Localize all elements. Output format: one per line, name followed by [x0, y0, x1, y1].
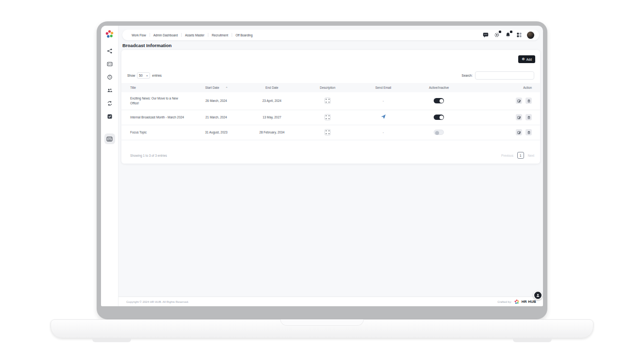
page-title: Broadcast Information	[122, 43, 171, 48]
entries-suffix-label: entries	[152, 74, 162, 77]
user-avatar[interactable]	[527, 32, 534, 39]
toggle-knob	[435, 131, 439, 135]
share-nodes-icon[interactable]	[107, 48, 113, 54]
cell-active-inactive	[411, 125, 467, 140]
cell-title: Focus Topic	[121, 125, 188, 140]
delete-button[interactable]	[525, 129, 532, 135]
task-check-icon[interactable]	[107, 114, 113, 119]
active-toggle[interactable]	[434, 115, 444, 120]
cell-start-date: 26 March, 2024	[188, 92, 244, 110]
cell-send-email	[356, 110, 411, 125]
laptop-bezel: Work Flow Admin Dashboard Assets Master …	[97, 21, 547, 319]
column-header-send-email[interactable]: Send Email	[356, 83, 411, 92]
search-input[interactable]	[475, 71, 534, 80]
send-email-icon[interactable]	[381, 114, 386, 119]
table-header-row: Title Start Date^ End Date Description S…	[121, 83, 540, 92]
nav-item-off-boarding[interactable]: Off Boarding	[232, 33, 256, 37]
cell-action	[467, 110, 540, 125]
edit-button[interactable]	[516, 114, 522, 120]
top-nav-links: Work Flow Admin Dashboard Assets Master …	[128, 33, 256, 37]
grid-icon[interactable]	[516, 32, 522, 38]
nav-item-work-flow[interactable]: Work Flow	[128, 33, 150, 37]
entries-control: Show 50 ▼ entries	[127, 72, 162, 79]
entries-value: 50	[139, 74, 142, 77]
column-header-label: Start Date	[205, 86, 219, 89]
delete-button[interactable]	[525, 98, 532, 104]
person-icon	[536, 293, 540, 298]
send-dash: -	[383, 131, 384, 134]
hrhub-logo-icon	[514, 299, 520, 305]
laptop-notch	[280, 319, 364, 326]
sidebar-nav	[104, 48, 115, 144]
nav-item-admin-dashboard[interactable]: Admin Dashboard	[150, 33, 181, 37]
expand-description-button[interactable]	[324, 114, 331, 120]
active-toggle[interactable]	[434, 130, 444, 135]
column-header-title[interactable]: Title	[121, 83, 188, 92]
cell-send-email: -	[356, 125, 411, 140]
cell-end-date: 13 May, 2027	[244, 110, 300, 125]
toggle-knob	[440, 99, 443, 103]
people-icon[interactable]	[107, 87, 113, 93]
plus-circle-icon: ⊕	[522, 57, 525, 61]
delete-button[interactable]	[525, 114, 532, 120]
column-header-action[interactable]: Action	[467, 83, 540, 92]
table-row: Internal Broadcast Month - March 2024 21…	[121, 110, 540, 125]
toggle-knob	[440, 116, 443, 119]
assistant-widget-button[interactable]	[533, 291, 542, 300]
chat-icon[interactable]	[482, 32, 489, 38]
app-footer: Copyright © 2024 HR HUB. All Rights Rese…	[119, 297, 543, 306]
pagination-controls: Previous 1 Next	[501, 152, 534, 159]
column-header-description[interactable]: Description	[300, 83, 356, 92]
cell-active-inactive	[411, 92, 467, 110]
cell-active-inactive	[411, 110, 467, 125]
top-icons	[482, 32, 534, 39]
column-header-end-date[interactable]: End Date	[244, 83, 300, 92]
hrhub-logo-icon	[104, 29, 115, 39]
laptop-base	[51, 319, 593, 338]
edit-button[interactable]	[516, 98, 522, 104]
laptop-mockup: Work Flow Admin Dashboard Assets Master …	[0, 0, 644, 364]
sort-asc-icon[interactable]: ^	[226, 86, 227, 89]
entries-select[interactable]: 50 ▼	[137, 72, 150, 79]
cell-end-date: 23 April, 2024	[244, 92, 300, 110]
broadcast-card: ⊕ Add Show 50 ▼ entries Search:	[121, 50, 540, 164]
cell-start-date: 31 August, 2023	[188, 125, 244, 140]
next-page-button[interactable]: Next	[528, 154, 534, 157]
expand-description-button[interactable]	[324, 98, 331, 104]
bell-icon[interactable]	[505, 32, 511, 38]
network-icon[interactable]	[493, 32, 500, 38]
id-card-icon[interactable]	[107, 61, 113, 67]
add-button[interactable]: ⊕ Add	[518, 55, 535, 63]
app-screen: Work Flow Admin Dashboard Assets Master …	[101, 26, 543, 306]
expand-description-button[interactable]	[324, 129, 331, 135]
add-button-label: Add	[526, 58, 532, 61]
crafted-by-label: Crafted by:	[497, 300, 511, 303]
copyright-text: Copyright © 2024 HR HUB. All Rights Rese…	[126, 300, 189, 303]
cell-description	[300, 125, 356, 140]
crafted-by: Crafted by: HR HUB	[497, 299, 536, 305]
show-label: Show	[127, 74, 135, 77]
sync-icon[interactable]	[107, 100, 113, 106]
column-header-start-date[interactable]: Start Date^	[188, 83, 244, 92]
search-control: Search:	[462, 71, 534, 80]
cell-start-date: 21 March, 2024	[188, 110, 244, 125]
nav-item-assets-master[interactable]: Assets Master	[182, 33, 208, 37]
column-header-active-inactive[interactable]: Active/Inactive	[411, 83, 467, 92]
edit-button[interactable]	[516, 129, 522, 135]
notification-badge	[510, 31, 513, 33]
laptop-foot	[92, 338, 131, 342]
send-dash: -	[383, 99, 384, 102]
entries-summary: Showing 1 to 3 of 3 entries	[127, 154, 167, 157]
table-row: Focus Topic 31 August, 2023 28 February,…	[121, 125, 540, 140]
current-page-button[interactable]: 1	[517, 152, 524, 159]
nav-item-recruitment[interactable]: Recruitment	[208, 33, 232, 37]
previous-page-button[interactable]: Previous	[501, 154, 513, 157]
cell-title: Exciting News: Our Move to a New Office!	[121, 92, 188, 110]
broadcast-icon[interactable]	[104, 133, 115, 144]
cell-title: Internal Broadcast Month - March 2024	[121, 110, 188, 125]
clock-icon[interactable]	[107, 74, 113, 80]
pagination: Showing 1 to 3 of 3 entries Previous 1 N…	[127, 152, 534, 159]
active-toggle[interactable]	[434, 98, 444, 103]
cell-description	[300, 92, 356, 110]
broadcast-table: Title Start Date^ End Date Description S…	[121, 83, 540, 140]
